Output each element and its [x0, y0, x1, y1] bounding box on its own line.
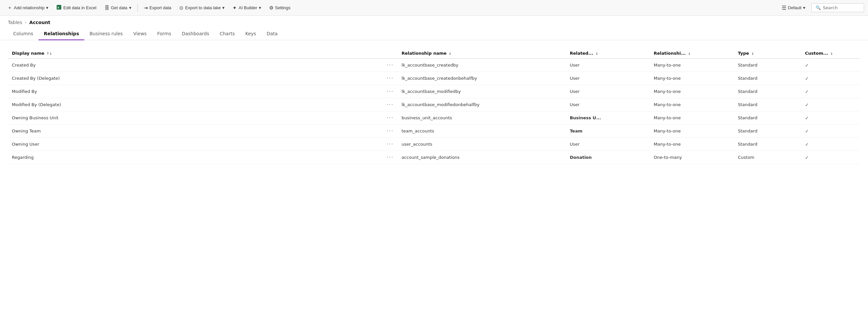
- tab-forms[interactable]: Forms: [152, 28, 177, 40]
- export-lake-button[interactable]: ⊙ Export to data lake ▾: [176, 3, 228, 13]
- cell-type: Standard: [734, 59, 801, 72]
- table-row[interactable]: Regarding ··· account_sample_donations D…: [8, 151, 860, 164]
- ai-builder-button[interactable]: ✦ AI Builder ▾: [229, 3, 264, 13]
- col-header-display-name[interactable]: Display name ↑↓: [8, 48, 383, 59]
- cell-rel-name: lk_accountbase_modifiedonbehalfby: [398, 98, 566, 111]
- row-menu-icon[interactable]: ···: [387, 75, 394, 81]
- row-menu-icon[interactable]: ···: [387, 128, 394, 134]
- ai-icon: ✦: [232, 5, 237, 11]
- excel-icon: X: [56, 5, 62, 11]
- col-header-rel-name[interactable]: Relationship name ↓: [398, 48, 566, 59]
- cell-custom: ✓: [801, 85, 860, 98]
- add-relationship-chevron: ▾: [46, 5, 49, 10]
- tab-relationships[interactable]: Relationships: [38, 28, 84, 40]
- cell-rel-name: account_sample_donations: [398, 151, 566, 164]
- default-chevron: ▾: [803, 5, 805, 10]
- tab-business-rules[interactable]: Business rules: [84, 28, 128, 40]
- row-menu-icon[interactable]: ···: [387, 88, 394, 94]
- cell-display-name: Regarding: [8, 151, 383, 164]
- breadcrumb-separator: ›: [25, 20, 27, 25]
- toolbar: ＋ Add relationship ▾ X Edit data in Exce…: [0, 0, 868, 16]
- table-row[interactable]: Modified By (Delegate) ··· lk_accountbas…: [8, 98, 860, 111]
- sort-type[interactable]: ↓: [751, 52, 754, 55]
- cell-display-name: Created By (Delegate): [8, 72, 383, 85]
- add-relationship-button[interactable]: ＋ Add relationship ▾: [4, 3, 52, 13]
- sort-related[interactable]: ↓: [595, 52, 598, 55]
- cell-type: Standard: [734, 138, 801, 151]
- settings-button[interactable]: ⚙ Settings: [266, 3, 294, 13]
- cell-rel-name: lk_accountbase_createdonbehalfby: [398, 72, 566, 85]
- cell-custom: ✓: [801, 151, 860, 164]
- cell-menu[interactable]: ···: [383, 124, 398, 138]
- cell-rel-type: Many-to-one: [650, 98, 734, 111]
- table-row[interactable]: Created By (Delegate) ··· lk_accountbase…: [8, 72, 860, 85]
- export-lake-chevron: ▾: [222, 5, 225, 10]
- cell-display-name: Owning Business Unit: [8, 111, 383, 124]
- cell-menu[interactable]: ···: [383, 151, 398, 164]
- cell-menu[interactable]: ···: [383, 85, 398, 98]
- cell-type: Standard: [734, 72, 801, 85]
- row-menu-icon[interactable]: ···: [387, 154, 394, 161]
- breadcrumb: Tables › Account: [0, 16, 868, 28]
- default-lines-icon: ☰: [782, 5, 786, 11]
- cell-rel-type: Many-to-one: [650, 72, 734, 85]
- edit-excel-button[interactable]: X Edit data in Excel: [53, 3, 99, 13]
- cell-display-name: Owning Team: [8, 124, 383, 138]
- checkmark-icon: ✓: [805, 89, 809, 94]
- tab-columns[interactable]: Columns: [8, 28, 38, 40]
- col-header-rel-type[interactable]: Relationshi... ↓: [650, 48, 734, 59]
- checkmark-icon: ✓: [805, 155, 809, 160]
- cell-custom: ✓: [801, 124, 860, 138]
- cell-menu[interactable]: ···: [383, 59, 398, 72]
- cell-display-name: Owning User: [8, 138, 383, 151]
- row-menu-icon[interactable]: ···: [387, 115, 394, 121]
- col-header-type[interactable]: Type ↓: [734, 48, 801, 59]
- table-row[interactable]: Owning Business Unit ··· business_unit_a…: [8, 111, 860, 124]
- tab-keys[interactable]: Keys: [240, 28, 261, 40]
- table-row[interactable]: Owning Team ··· team_accounts Team Many-…: [8, 124, 860, 138]
- sort-custom[interactable]: ↓: [830, 52, 833, 55]
- cell-related: User: [566, 85, 650, 98]
- cell-menu[interactable]: ···: [383, 138, 398, 151]
- breadcrumb-current: Account: [29, 20, 51, 25]
- export-data-button[interactable]: ⇥ Export data: [140, 3, 175, 13]
- cell-menu[interactable]: ···: [383, 98, 398, 111]
- table-row[interactable]: Owning User ··· user_accounts User Many-…: [8, 138, 860, 151]
- breadcrumb-tables[interactable]: Tables: [8, 20, 22, 25]
- cell-custom: ✓: [801, 111, 860, 124]
- settings-icon: ⚙: [269, 5, 273, 11]
- cell-rel-type: One-to-many: [650, 151, 734, 164]
- cell-display-name: Modified By: [8, 85, 383, 98]
- col-header-related[interactable]: Related... ↓: [566, 48, 650, 59]
- checkmark-icon: ✓: [805, 115, 809, 121]
- database-icon: 🗄: [104, 5, 110, 10]
- tab-views[interactable]: Views: [128, 28, 152, 40]
- table-row[interactable]: Created By ··· lk_accountbase_createdby …: [8, 59, 860, 72]
- cell-rel-type: Many-to-one: [650, 138, 734, 151]
- checkmark-icon: ✓: [805, 76, 809, 81]
- table-row[interactable]: Modified By ··· lk_accountbase_modifiedb…: [8, 85, 860, 98]
- toolbar-right: ☰ Default ▾ 🔍 Search: [778, 3, 864, 13]
- search-box[interactable]: 🔍 Search: [811, 3, 864, 12]
- cell-menu[interactable]: ···: [383, 72, 398, 85]
- sort-display-name[interactable]: ↑↓: [46, 52, 52, 55]
- cell-custom: ✓: [801, 138, 860, 151]
- sort-rel-type[interactable]: ↓: [688, 52, 690, 55]
- tab-charts[interactable]: Charts: [214, 28, 240, 40]
- row-menu-icon[interactable]: ···: [387, 62, 394, 68]
- sort-rel-name[interactable]: ↓: [449, 52, 451, 55]
- col-header-custom[interactable]: Custom... ↓: [801, 48, 860, 59]
- row-menu-icon[interactable]: ···: [387, 102, 394, 108]
- svg-text:X: X: [57, 6, 59, 9]
- cell-custom: ✓: [801, 72, 860, 85]
- cell-related: Donation: [566, 151, 650, 164]
- lake-icon: ⊙: [179, 5, 184, 11]
- cell-menu[interactable]: ···: [383, 111, 398, 124]
- tab-dashboards[interactable]: Dashboards: [177, 28, 214, 40]
- default-button[interactable]: ☰ Default ▾: [778, 3, 809, 13]
- row-menu-icon[interactable]: ···: [387, 141, 394, 147]
- tab-data[interactable]: Data: [261, 28, 283, 40]
- cell-related: User: [566, 98, 650, 111]
- get-data-button[interactable]: 🗄 Get data ▾: [101, 3, 135, 12]
- cell-display-name: Modified By (Delegate): [8, 98, 383, 111]
